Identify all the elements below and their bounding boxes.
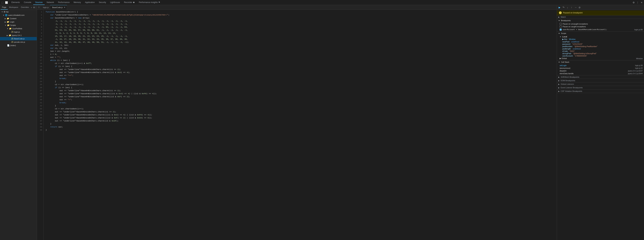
deactivate-breakpoints-btn[interactable]: ⊘: [578, 6, 582, 9]
scope-header[interactable]: ▼ Scope: [557, 32, 644, 35]
breakpoint-checkbox[interactable]: [560, 29, 562, 31]
nav-tab-security[interactable]: Security: [97, 0, 108, 5]
tree-label-content: Content: [10, 18, 16, 20]
tab-workspace[interactable]: Workspace: [8, 5, 20, 10]
code-line-31: break;: [46, 101, 557, 104]
nav-tab-performance[interactable]: Performance: [56, 0, 72, 5]
tree-item-scripts[interactable]: ▼📁Scripts: [0, 24, 37, 27]
code-line-15: i = 0;: [46, 53, 557, 56]
prop-key: password:: [562, 43, 571, 45]
event-listener-header[interactable]: ▶ Event Listener Breakpoints: [557, 86, 644, 89]
code-line-14: len = str.length;: [46, 50, 557, 53]
device-icon[interactable]: ⬜: [5, 1, 8, 4]
breakpoint-item[interactable]: userAccount = base64encode(userAccount);…: [557, 28, 644, 31]
sidebar-toolbar-layout-icon[interactable]: ⊞: [33, 6, 35, 9]
code-line-1: function base64encode(str) {: [46, 11, 557, 14]
global-listeners-arrow: ▶: [558, 83, 560, 85]
more-icon[interactable]: ⋮: [636, 1, 639, 4]
scope-prop-pwdnumber: pwdNumber:"@WebSetting.PwdNumber": [557, 45, 644, 48]
editor-tab-basecode[interactable]: BaseCode.js ✕: [50, 5, 67, 10]
settings-icon[interactable]: ⚙: [632, 1, 635, 4]
scope-prop-this: ▶ this:Window: [557, 38, 644, 41]
tree-item-basecode[interactable]: JSBaseCode.js: [0, 37, 37, 40]
global-scope-row[interactable]: ▶ Global Window: [557, 57, 644, 60]
tree-item-loginjs[interactable]: JSlogin.js: [0, 30, 37, 34]
line-num-35: 35: [37, 113, 44, 116]
callstack-loc: jquery-3.4.1.js:5044: [628, 73, 643, 74]
tree-item-content[interactable]: ▶📁Content: [0, 17, 37, 20]
prop-val: undefined: [572, 48, 580, 50]
tree-label-guopei: GuoPeiWeb: [12, 28, 22, 30]
step-out-btn[interactable]: ↑: [570, 6, 574, 9]
folder-icon-guopei: 📁: [9, 27, 12, 30]
line-num-20: 20: [37, 68, 44, 71]
pause-uncaught-checkbox[interactable]: Pause on uncaught exceptions: [557, 23, 644, 25]
step-into-btn[interactable]: ↓: [566, 6, 569, 9]
code-line-28: out += "underline">base64EncodeChars.cha…: [46, 92, 557, 95]
callstack-item-elemdata.handle[interactable]: elemData.handlejquery-3.4.1.js:5044: [557, 72, 644, 75]
code-line-7: 52, 53, 54, 55, 56, 57, 58, 59, 60, 61, …: [46, 29, 557, 32]
nav-tab-lighthouse[interactable]: Lighthouse: [108, 0, 122, 5]
nav-tab-recorder-⏺[interactable]: Recorder ⏺: [122, 0, 137, 5]
tree-item-login[interactable]: ▶📁Login: [0, 20, 37, 24]
sidebar-toolbar-more-icon[interactable]: ⋮: [35, 6, 37, 9]
line-num-16: 16: [37, 56, 44, 59]
collapse-sidebar-icon[interactable]: ⬡: [37, 5, 41, 10]
nav-tab-application[interactable]: Application: [83, 0, 97, 5]
inspect-icon[interactable]: ⬚: [1, 1, 4, 4]
line-num-22: 22: [37, 74, 44, 77]
tree-label-basecode: BaseCode.js: [14, 38, 24, 40]
tree-item-guopei[interactable]: ▼📁GuoPeiWeb: [0, 27, 37, 30]
local-scope-label[interactable]: ▼ Local: [557, 35, 644, 38]
nav-tab-memory[interactable]: Memory: [72, 0, 83, 5]
xhr-breakpoints-header[interactable]: ▶ XHR/fetch Breakpoints: [557, 75, 644, 79]
watch-header[interactable]: ▶ Watch: [557, 15, 644, 19]
js-icon-qrcode: JS: [11, 41, 14, 43]
callstack-item-setlogin[interactable]: setLoginlogin.js:99: [557, 64, 644, 67]
global-listeners-header[interactable]: ▶ Global Listeners: [557, 82, 644, 86]
callstack-name: setLogin: [560, 64, 567, 66]
csp-header[interactable]: ▶ CSP Violation Breakpoints: [557, 89, 644, 93]
prop-val: "17866655555": [574, 55, 587, 57]
line-num-4: 4: [37, 20, 44, 23]
breakpoints-header[interactable]: ▼ Breakpoints: [557, 19, 644, 22]
code-line-19: if (i == len) {: [46, 65, 557, 68]
line-num-7: 7: [37, 29, 44, 32]
sidebar-more-btn[interactable]: »: [30, 6, 32, 9]
callstack-item-(anonymous)[interactable]: (anonymous)login.js:22: [557, 67, 644, 69]
tree-item-top[interactable]: ▼⊞top: [0, 10, 37, 14]
nav-tab-elements[interactable]: Elements: [10, 0, 22, 5]
folder-icon-scripts: 📁: [7, 24, 10, 26]
close-basecode-btn[interactable]: ✕: [64, 7, 66, 9]
editor-tab-loginjs[interactable]: login.js: [41, 5, 50, 10]
code-line-17: while (i < len) {: [46, 59, 557, 62]
global-listeners-label: Global Listeners: [561, 83, 574, 85]
code-line-8: -1, 0, 1, 2, 3, 4, 5, 6, 7, 8, 9, 10, 11…: [46, 32, 557, 35]
tree-item-xuexi[interactable]: ▼🌐xuexi.chinabett.com: [0, 14, 37, 17]
code-line-40: }: [46, 129, 557, 132]
close-icon[interactable]: ✕: [640, 1, 643, 4]
dom-breakpoints-header[interactable]: ▶ DOM Breakpoints: [557, 79, 644, 82]
code-line-12: var out, i, len;: [46, 44, 557, 47]
nav-tab-sources[interactable]: Sources: [33, 0, 44, 5]
prop-val: "123123123": [572, 43, 582, 45]
step-btn[interactable]: →: [574, 6, 578, 9]
pause-caught-checkbox[interactable]: Pause on caught exceptions: [557, 25, 644, 28]
line-num-28: 28: [37, 92, 44, 95]
tree-item-index[interactable]: 📄(index): [0, 44, 37, 47]
nav-tab-console[interactable]: Console: [22, 0, 33, 5]
folder-icon-content: 📁: [7, 17, 9, 20]
nav-tab-performance-insights-⚑[interactable]: Performance insights ⚑: [137, 0, 162, 5]
callstack-item-dispatch[interactable]: dispatchjquery-3.4.1.js:5237: [557, 69, 644, 72]
nav-tab-network[interactable]: Network: [44, 0, 56, 5]
pause-uncaught-box[interactable]: [560, 23, 562, 25]
callstack-header[interactable]: ▼ Call Stack: [557, 60, 644, 64]
tab-overrides[interactable]: Overrides: [20, 5, 30, 10]
step-over-btn[interactable]: ↷: [562, 6, 565, 9]
line-num-32: 32: [37, 104, 44, 107]
resume-btn[interactable]: ▶: [558, 6, 561, 9]
tab-page[interactable]: Page: [1, 5, 8, 10]
tree-item-qrcode[interactable]: JSqrcode.min.js: [0, 40, 37, 44]
tree-item-jquery[interactable]: ▶📁jquery-3.4.1: [0, 34, 37, 37]
pause-caught-box[interactable]: [560, 26, 562, 28]
